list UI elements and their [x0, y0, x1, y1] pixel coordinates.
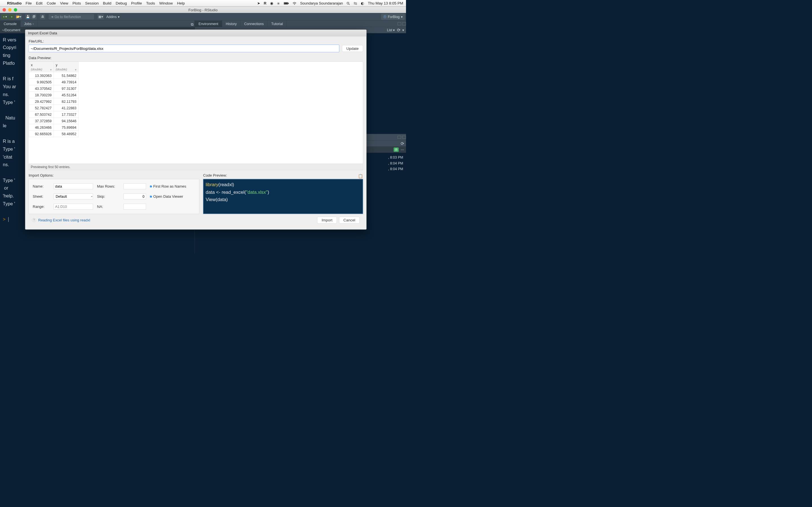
pane-max-icon[interactable] [402, 136, 406, 138]
menu-session[interactable]: Session [85, 1, 99, 6]
table-row[interactable]: 52.78242741.22883 [29, 105, 79, 111]
save-button[interactable]: 💾 [26, 14, 31, 19]
table-row[interactable]: 9.99250549.73914 [29, 79, 79, 86]
first-row-label: First Row as Names [153, 184, 186, 189]
menu-build[interactable]: Build [103, 1, 111, 6]
maxrows-input[interactable] [123, 184, 146, 189]
col-header-x[interactable]: x(double)▼ [29, 62, 54, 72]
table-row[interactable]: 46.26346675.89694 [29, 124, 79, 131]
update-button[interactable]: Update [342, 45, 363, 52]
pane-popout-icon[interactable]: ⧉ [191, 22, 195, 25]
table-row[interactable]: 13.39206351.54862 [29, 72, 79, 79]
refresh-icon[interactable]: ⟳ [401, 141, 404, 146]
menu-debug[interactable]: Debug [116, 1, 127, 6]
na-input[interactable] [123, 204, 146, 210]
refresh-icon[interactable]: ⟳ [397, 27, 401, 33]
file-url-input[interactable] [29, 45, 339, 52]
addins-menu[interactable]: Addins▾ [105, 14, 121, 19]
location-icon[interactable]: ➤ [257, 1, 260, 6]
minimize-window-button[interactable] [8, 8, 11, 11]
name-label: Name: [33, 184, 50, 189]
tab-console[interactable]: Console [0, 20, 20, 27]
menu-window[interactable]: Window [159, 1, 173, 6]
env-list-menu[interactable]: List ▾ [387, 28, 395, 32]
sheet-select[interactable]: Default [54, 194, 93, 200]
open-viewer-checkbox[interactable] [150, 195, 152, 198]
code-preview-label: Code Preview: [203, 173, 227, 178]
table-cell: 82.11793 [54, 98, 79, 105]
import-button[interactable]: Import [317, 217, 337, 224]
chevron-down-icon[interactable]: ▼ [50, 68, 52, 71]
new-file-button[interactable]: ＋▾ [1, 14, 8, 19]
help-link[interactable]: Reading Excel files using readxl [38, 218, 90, 223]
data-preview-table[interactable]: x(double)▼ y(double)▼ 13.39206351.548629… [29, 62, 363, 164]
menu-plots[interactable]: Plots [72, 1, 81, 6]
code-preview[interactable]: library(readxl) data <- read_excel("data… [203, 179, 363, 214]
record-icon[interactable]: ◉ [270, 1, 273, 6]
new-project-button[interactable]: ＋ [8, 14, 15, 19]
menu-profile[interactable]: Profile [131, 1, 142, 6]
name-input[interactable] [54, 184, 93, 189]
menubar-clock[interactable]: Thu May 13 8:05 PM [368, 1, 403, 6]
r-icon[interactable]: R [264, 1, 266, 6]
controlcenter-icon[interactable] [354, 2, 357, 5]
cancel-button[interactable]: Cancel [339, 217, 359, 224]
main-toolbar: ＋▾ ＋ 📂▾ 💾 🗐 🖶 ➜ Go to file/function ▦▾ A… [0, 13, 406, 20]
range-input[interactable] [54, 204, 93, 210]
table-row[interactable]: 43.37054297.31307 [29, 86, 79, 92]
pane-min-icon[interactable] [398, 136, 401, 138]
svg-point-8 [356, 3, 357, 4]
table-cell: 18.700239 [29, 92, 54, 98]
menu-file[interactable]: File [26, 1, 32, 6]
table-row[interactable]: 37.37285994.15646 [29, 118, 79, 124]
table-row[interactable]: 29.42799282.11793 [29, 98, 79, 105]
first-row-checkbox[interactable] [150, 185, 152, 187]
svg-rect-2 [288, 3, 289, 4]
table-cell: 58.48952 [54, 131, 79, 137]
r-badge-icon[interactable]: Ⓡ [394, 148, 399, 152]
wifi-icon[interactable] [292, 2, 296, 5]
pane-min-icon[interactable] [398, 22, 401, 25]
bluetooth-icon[interactable]: ⚹ [277, 1, 280, 6]
app-name[interactable]: RStudio [7, 1, 22, 6]
table-row[interactable]: 18.70023945.51264 [29, 92, 79, 98]
pane-max-icon[interactable] [402, 22, 406, 25]
chevron-down-icon[interactable]: ▼ [74, 68, 77, 71]
tab-history[interactable]: History [222, 20, 241, 27]
table-row[interactable]: 67.50374217.73327 [29, 111, 79, 118]
close-icon[interactable]: × [33, 22, 34, 25]
save-all-button[interactable]: 🗐 [31, 14, 36, 19]
open-file-button[interactable]: 📂▾ [15, 14, 22, 19]
table-cell: 94.15646 [54, 118, 79, 124]
close-window-button[interactable] [3, 8, 6, 11]
skip-input[interactable] [123, 194, 146, 200]
table-row[interactable]: 92.66592658.48952 [29, 131, 79, 137]
spotlight-icon[interactable] [347, 2, 350, 5]
tab-tutorial[interactable]: Tutorial [267, 20, 287, 27]
menu-tools[interactable]: Tools [146, 1, 155, 6]
tab-environment[interactable]: Environment [195, 20, 222, 27]
file-url-label: File/URL: [29, 39, 363, 44]
menu-edit[interactable]: Edit [36, 1, 43, 6]
project-menu[interactable]: Ⓡ ForBlog ▾ [381, 14, 405, 20]
print-button[interactable]: 🖶 [40, 14, 45, 19]
maxrows-label: Max Rows: [97, 184, 119, 189]
user-name[interactable]: Soundarya Soundararajan [300, 1, 343, 6]
data-preview-label: Data Preview: [29, 56, 363, 60]
grid-button[interactable]: ▦▾ [98, 14, 104, 19]
tab-jobs[interactable]: Jobs× [20, 20, 38, 27]
zoom-window-button[interactable] [14, 8, 17, 11]
clipboard-icon[interactable]: 📋 [358, 174, 363, 179]
col-header-y[interactable]: y(double)▼ [54, 62, 79, 72]
more-icon[interactable]: ⋯ [401, 148, 404, 152]
help-icon[interactable]: ? [32, 218, 36, 222]
right-tabbar-top: Environment History Connections Tutorial [195, 20, 406, 27]
table-cell: 13.392063 [29, 72, 54, 79]
battery-icon[interactable] [284, 2, 289, 4]
goto-file-function[interactable]: ➜ Go to file/function [49, 14, 94, 19]
menu-code[interactable]: Code [47, 1, 56, 6]
siri-icon[interactable]: ◐ [361, 1, 364, 6]
tab-connections[interactable]: Connections [241, 20, 267, 27]
menu-help[interactable]: Help [177, 1, 185, 6]
menu-view[interactable]: View [60, 1, 68, 6]
